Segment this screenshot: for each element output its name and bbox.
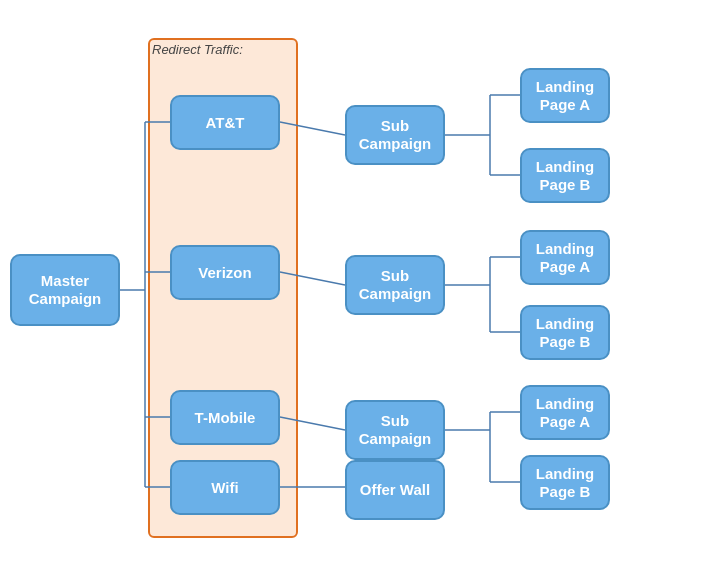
tmobile-node: T-Mobile: [170, 390, 280, 445]
landing-page-tmobile-b-node: Landing Page B: [520, 455, 610, 510]
redirect-label: Redirect Traffic:: [152, 42, 243, 57]
landing-page-att-a-node: Landing Page A: [520, 68, 610, 123]
landing-page-tmobile-a-node: Landing Page A: [520, 385, 610, 440]
att-node: AT&T: [170, 95, 280, 150]
verizon-node: Verizon: [170, 245, 280, 300]
landing-page-att-b-node: Landing Page B: [520, 148, 610, 203]
sub-campaign-verizon-node: Sub Campaign: [345, 255, 445, 315]
wifi-node: Wifi: [170, 460, 280, 515]
landing-page-verizon-b-node: Landing Page B: [520, 305, 610, 360]
sub-campaign-tmobile-node: Sub Campaign: [345, 400, 445, 460]
master-campaign-node: Master Campaign: [10, 254, 120, 326]
offer-wall-node: Offer Wall: [345, 460, 445, 520]
sub-campaign-att-node: Sub Campaign: [345, 105, 445, 165]
landing-page-verizon-a-node: Landing Page A: [520, 230, 610, 285]
diagram: Redirect Traffic:: [0, 0, 718, 579]
